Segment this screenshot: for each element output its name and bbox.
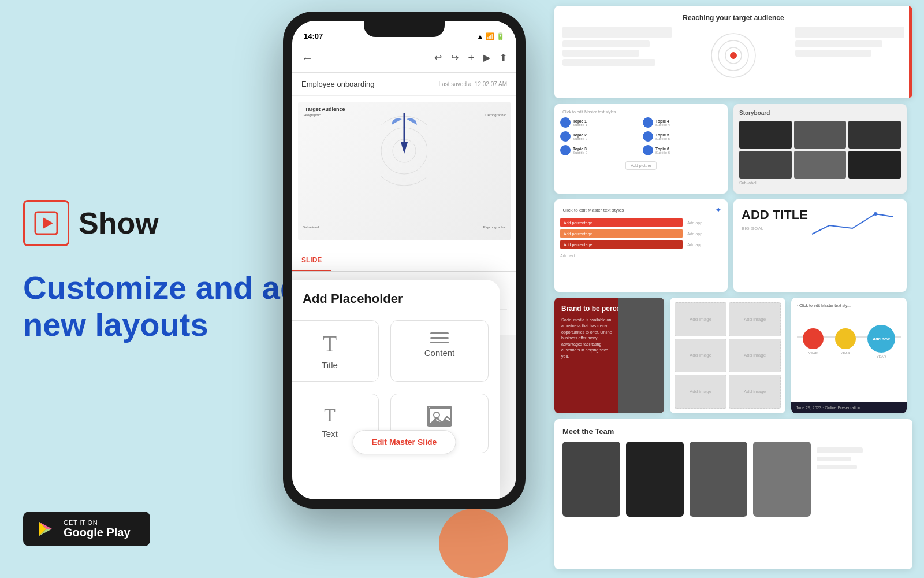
circle-text-4: Topic 5 Subtitle 5 <box>655 133 670 140</box>
share-icon[interactable]: ⬆ <box>500 52 507 64</box>
slide-ta-center <box>679 27 788 84</box>
circle-item-4: Topic 5 Subtitle 5 <box>643 131 722 142</box>
photo-2 <box>794 121 847 149</box>
text-t-icon: T <box>324 406 336 424</box>
play-icon[interactable]: ▶ <box>483 52 490 64</box>
circles-subtitle: · Click to edit Master text styles <box>560 110 722 114</box>
redo-icon[interactable]: ↪ <box>451 52 459 64</box>
phone-container: 14:07 ▲ 📶 🔋 ← ↩ ↪ + ▶ ⬆ Employee onboard… <box>283 12 549 520</box>
google-play-badge[interactable]: GET IT ON Google Play <box>23 512 150 546</box>
demo-label: Demographic <box>474 113 506 117</box>
team-text-2 <box>817 457 851 461</box>
photo-4 <box>739 151 792 179</box>
phone-time: 14:07 <box>304 32 323 40</box>
image-placeholder-icon <box>427 406 452 427</box>
svg-point-19 <box>874 212 877 216</box>
ta-text-r3 <box>795 50 872 57</box>
t6-sub: Subtitle 6 <box>655 151 670 154</box>
slide-circles: · Click to edit Master text styles Topic… <box>554 104 728 194</box>
undo-icon[interactable]: ↩ <box>434 52 442 64</box>
slide-timeline: · Click to edit Master text sty... YEAR … <box>791 298 907 413</box>
title-graph <box>806 205 899 240</box>
team-text-3 <box>817 465 857 469</box>
master-text-label: · Click to edit Master text styles <box>560 208 624 213</box>
phone-toolbar: ← ↩ ↪ + ▶ ⬆ <box>292 44 516 73</box>
photo-3 <box>848 121 901 149</box>
placeholder-title-item[interactable]: T Title <box>292 320 379 382</box>
add-placeholder-overlay: ← Add Placeholder T Title Content <box>292 280 500 499</box>
img-cell-6: Add image <box>729 375 781 409</box>
color-bars-container: Add percentage Add percentage Add percen… <box>560 218 683 249</box>
slide-tab[interactable]: SLIDE <box>292 250 331 271</box>
slides-mosaic: Reaching your target audience <box>554 0 924 578</box>
badge-text: GET IT ON Google Play <box>64 519 131 539</box>
status-icons: ▲ 📶 🔋 <box>476 32 505 40</box>
img-cell-2: Add image <box>729 302 781 336</box>
placeholder-content-item[interactable]: Content <box>390 320 489 382</box>
phone-screen: 14:07 ▲ 📶 🔋 ← ↩ ↪ + ▶ ⬆ Employee onboard… <box>292 21 516 499</box>
circle-item-6: Topic 6 Subtitle 6 <box>643 145 722 155</box>
bullseye-svg <box>710 32 757 79</box>
content-lines-icon <box>430 332 449 343</box>
ta-text-3 <box>562 50 639 57</box>
circle-dot-1 <box>560 117 571 128</box>
slide-image-grid: Add image Add image Add image Add image … <box>670 298 785 413</box>
photo-1 <box>739 121 792 149</box>
orange-circle-decoration <box>439 509 508 578</box>
geo-label: Geographic <box>303 113 334 117</box>
t4-sub: Subtitle 4 <box>655 123 670 127</box>
team-member-4 <box>753 442 811 517</box>
circle-text-3: Topic 2 Subtitle 2 <box>573 133 587 140</box>
ta-text-2 <box>562 40 650 47</box>
t2-sub: Subtitle 2 <box>573 137 587 140</box>
badge-top: GET IT ON <box>64 519 131 526</box>
placeholder-text-label: Text <box>322 429 338 439</box>
t5-label: Topic 5 <box>655 133 670 137</box>
svg-point-18 <box>730 52 737 59</box>
phone-title-bar: Employee onboarding Last saved at 12:02:… <box>292 73 516 96</box>
add-text-row: Add text <box>560 254 722 258</box>
circle-item-2: Topic 4 Subtitle 4 <box>643 117 722 128</box>
logo-container: Show <box>23 200 323 246</box>
add-now-text: Add now <box>873 337 890 341</box>
node-1-group: YEAR <box>803 328 824 355</box>
left-section: Show Customize and add new layouts GET I… <box>23 0 323 578</box>
team-text-1 <box>817 447 863 453</box>
add-app-2: Add app <box>687 229 722 238</box>
document-title: Employee onboarding <box>301 80 374 88</box>
add-app-3: Add app <box>687 240 722 249</box>
slide-ta-label: Target Audience <box>305 106 345 112</box>
overlay-header: ← Add Placeholder <box>292 291 489 306</box>
t4-label: Topic 4 <box>655 119 670 123</box>
overlay-back-icon[interactable]: ← <box>292 291 293 306</box>
ta-text-4 <box>562 59 655 66</box>
timeline-nodes: YEAR YEAR Add now YEAR <box>797 325 901 358</box>
slide-preview: Target Audience <box>298 102 511 240</box>
team-members <box>562 442 904 517</box>
node-yellow <box>835 328 856 349</box>
badge-bottom: Google Play <box>64 526 131 539</box>
add-icon[interactable]: + <box>468 52 474 64</box>
dart-svg <box>381 110 427 191</box>
slide-tabs: SLIDE <box>292 246 516 272</box>
slide-meet-team-inner: Meet the Team <box>554 419 912 525</box>
bar-red-text: Add percentage <box>564 221 592 225</box>
circle-dot-5 <box>560 145 571 155</box>
t2-label: Topic 2 <box>573 133 587 137</box>
slide-storyboard-inner: Storyboard Sub-label... <box>733 104 907 191</box>
back-icon[interactable]: ← <box>301 51 313 65</box>
slide-ta-inner: Reaching your target audience <box>554 6 912 92</box>
img-icon-svg <box>429 407 452 427</box>
photo-6 <box>848 151 901 179</box>
t3-label: Topic 3 <box>573 147 587 151</box>
bar-orange: Add percentage <box>560 229 683 238</box>
circle-text-2: Topic 4 Subtitle 4 <box>655 119 670 127</box>
toolbar-actions: ↩ ↪ + ▶ ⬆ <box>434 52 507 64</box>
slide-meet-team: Meet the Team <box>554 419 912 569</box>
show-logo-svg <box>33 210 59 236</box>
settings-icon[interactable]: ✦ <box>715 205 722 214</box>
bar-red: Add percentage <box>560 218 683 227</box>
edit-master-button[interactable]: Edit Master Slide <box>353 430 456 454</box>
headline: Customize and add new layouts <box>23 269 323 344</box>
slide-accent-bar <box>909 6 912 98</box>
